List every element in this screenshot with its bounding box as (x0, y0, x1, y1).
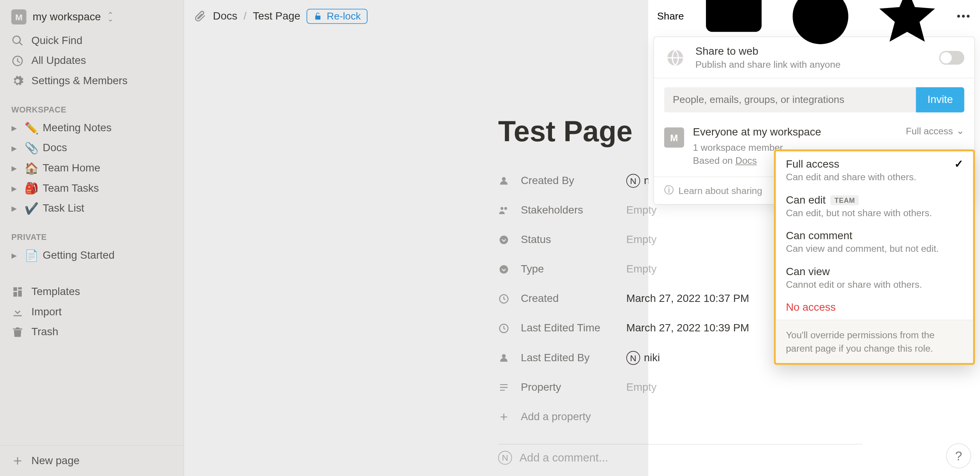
avatar: N (626, 174, 640, 187)
option-desc: Can view and comment, but not edit. (786, 243, 963, 254)
tree-item-docs[interactable]: ▶ 📎 Docs (0, 138, 183, 158)
all-updates-label: All Updates (31, 55, 86, 67)
add-comment[interactable]: N Add a comment... (498, 451, 980, 465)
svg-rect-4 (706, 0, 761, 32)
tree-item-meeting-notes[interactable]: ▶ ✏️ Meeting Notes (0, 118, 183, 139)
prop-value: Empty (626, 204, 657, 217)
learn-label: Learn about sharing (678, 185, 762, 196)
tree-item-label: Task List (43, 202, 85, 215)
breadcrumb-parent[interactable]: Docs (213, 10, 237, 23)
chevron-right-icon: ▶ (11, 251, 20, 259)
option-desc: Can edit, but not share with others. (786, 207, 963, 218)
quick-find-label: Quick Find (31, 34, 82, 47)
templates[interactable]: Templates (0, 282, 183, 302)
prop-label: Created By (521, 174, 626, 187)
person-icon (498, 352, 512, 364)
section-private-label: PRIVATE (0, 218, 183, 246)
paperclip-icon (194, 10, 207, 23)
prop-value: March 27, 2022 10:37 PM (626, 292, 749, 305)
page-icon: 📄 (24, 249, 38, 262)
chevron-right-icon: ▶ (11, 144, 20, 152)
team-badge: TEAM (831, 195, 859, 205)
member-badge: M (664, 127, 684, 148)
invite-input[interactable] (664, 87, 916, 112)
templates-icon (11, 286, 24, 298)
plus-icon (11, 455, 24, 467)
prop-value: Empty (626, 263, 657, 275)
add-property-button[interactable]: Add a property (498, 402, 980, 431)
chevron-down-icon: ⌄ (956, 125, 964, 137)
settings-label: Settings & Members (31, 75, 127, 87)
trash[interactable]: Trash (0, 322, 183, 342)
chevron-right-icon: ▶ (11, 184, 20, 192)
text-icon (498, 381, 512, 393)
access-dropdown-footer: You'll override permissions from the par… (776, 320, 973, 363)
add-comment-placeholder: Add a comment... (519, 451, 608, 464)
access-option-view[interactable]: Can view Cannot edit or share with other… (776, 259, 973, 295)
chevron-right-icon: ▶ (11, 164, 20, 172)
chevron-right-icon: ▶ (11, 204, 20, 212)
section-workspace-label: WORKSPACE (0, 91, 183, 118)
option-title: Can edit (786, 194, 826, 207)
prop-property[interactable]: Property Empty (498, 372, 980, 402)
quick-find[interactable]: Quick Find (0, 31, 183, 51)
star-icon[interactable] (870, 0, 944, 54)
tree-item-label: Docs (43, 142, 67, 155)
check-icon: ✓ (954, 158, 963, 171)
search-icon (11, 34, 24, 47)
tree-item-label: Team Tasks (43, 182, 99, 195)
settings-members[interactable]: Settings & Members (0, 71, 183, 91)
invite-row: Invite (654, 78, 974, 121)
share-to-web-toggle[interactable] (939, 51, 964, 64)
prop-label: Type (521, 263, 626, 275)
people-icon (498, 204, 512, 216)
help-button[interactable]: ? (946, 443, 971, 469)
based-on-link[interactable]: Docs (735, 155, 757, 166)
access-option-edit[interactable]: Can edit TEAM Can edit, but not share wi… (776, 188, 973, 224)
prop-value: March 27, 2022 10:39 PM (626, 322, 749, 334)
access-level-label: Full access (906, 125, 953, 136)
tree-item-team-tasks[interactable]: ▶ 🎒 Team Tasks (0, 178, 183, 199)
breadcrumb-separator: / (243, 10, 247, 23)
house-icon: 🏠 (24, 161, 38, 175)
svg-point-0 (500, 235, 508, 244)
breadcrumb-current[interactable]: Test Page (253, 10, 300, 23)
clock-icon (498, 293, 512, 305)
workspace-switcher[interactable]: M my workspace ⌃⌄ (0, 6, 183, 31)
prop-value: Empty (626, 381, 657, 393)
import[interactable]: Import (0, 302, 183, 322)
sidebar: M my workspace ⌃⌄ Quick Find All Updates… (0, 0, 184, 476)
new-page-button[interactable]: New page (0, 445, 183, 471)
invite-button[interactable]: Invite (916, 87, 964, 112)
select-icon (498, 234, 512, 245)
select-icon (498, 263, 512, 275)
check-icon: ✔️ (24, 202, 38, 215)
workspace-badge: M (11, 10, 26, 24)
chevron-updown-icon: ⌃⌄ (107, 13, 113, 21)
help-label: ? (955, 448, 962, 463)
user-name: niki (644, 351, 660, 364)
tree-item-label: Team Home (43, 162, 100, 174)
prop-value: Empty (626, 233, 657, 246)
share-button[interactable]: Share (657, 11, 684, 22)
access-level-button[interactable]: Full access ⌄ (906, 125, 964, 137)
option-title: Full access (786, 158, 840, 171)
access-option-comment[interactable]: Can comment Can view and comment, but no… (776, 223, 973, 259)
access-option-none[interactable]: No access (776, 295, 973, 320)
import-label: Import (31, 306, 62, 318)
svg-point-1 (500, 265, 508, 273)
more-icon[interactable]: ••• (957, 11, 971, 22)
chevron-right-icon: ▶ (11, 124, 20, 132)
tree-item-getting-started[interactable]: ▶ 📄 Getting Started (0, 246, 183, 266)
access-option-full[interactable]: Full access ✓ Can edit and share with ot… (776, 151, 973, 187)
avatar: N (626, 350, 640, 364)
all-updates[interactable]: All Updates (0, 51, 183, 71)
plus-icon (498, 411, 512, 422)
tree-item-team-home[interactable]: ▶ 🏠 Team Home (0, 158, 183, 179)
tree-item-task-list[interactable]: ▶ ✔️ Task List (0, 199, 183, 219)
relock-button[interactable]: Re-lock (307, 9, 368, 24)
option-desc: Can edit and share with others. (786, 171, 963, 182)
help-icon: ⓘ (664, 185, 674, 197)
gear-icon (11, 75, 24, 87)
prop-label: Created (521, 292, 626, 305)
